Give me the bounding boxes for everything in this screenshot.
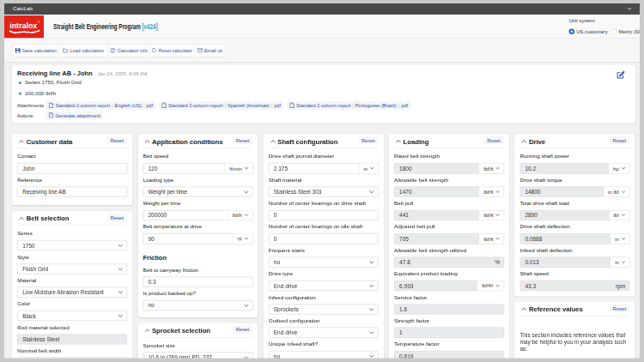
svg-text:®: ® (38, 20, 40, 23)
svg-text:intralox: intralox (9, 21, 38, 30)
